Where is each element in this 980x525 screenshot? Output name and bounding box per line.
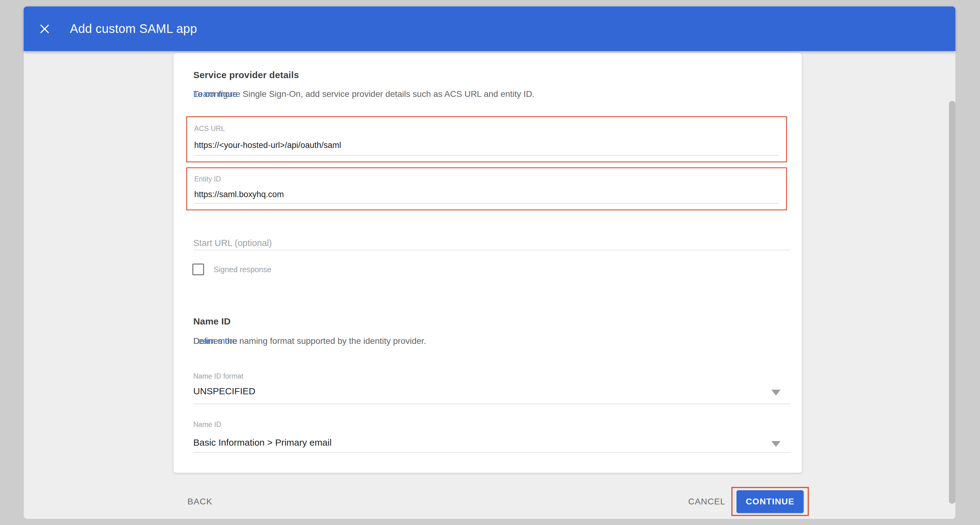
signed-response-checkbox[interactable] [192, 263, 204, 275]
name-id-description: Defines the naming format supported by t… [193, 336, 237, 346]
back-button[interactable]: BACK [188, 493, 212, 510]
entity-id-highlight-box: Entity ID https://saml.boxyhq.com [186, 167, 787, 210]
name-id-format-label: Name ID format [193, 372, 243, 381]
signed-response-label: Signed response [213, 265, 272, 274]
acs-url-underline [194, 155, 778, 155]
name-id-select[interactable]: Basic Information > Primary email [193, 437, 331, 448]
entity-id-label: Entity ID [194, 175, 221, 183]
service-provider-heading: Service provider details [193, 70, 299, 80]
service-provider-description: To configure Single Sign-On, add service… [193, 89, 237, 99]
acs-url-input[interactable]: https://<your-hosted-url>/api/oauth/saml [194, 141, 341, 150]
name-id-format-dropdown-icon[interactable] [771, 390, 781, 395]
name-id-heading: Name ID [193, 316, 231, 327]
close-icon[interactable] [38, 23, 51, 35]
cancel-button[interactable]: CANCEL [688, 493, 725, 510]
dialog-title: Add custom SAML app [70, 22, 197, 36]
name-id-underline [193, 452, 791, 453]
name-id-format-select[interactable]: UNSPECIFIED [193, 386, 256, 397]
entity-id-input[interactable]: https://saml.boxyhq.com [194, 190, 284, 199]
add-saml-app-dialog: Add custom SAML app Service provider det… [24, 6, 955, 519]
entity-id-underline [194, 203, 778, 204]
name-id-format-underline [193, 403, 791, 404]
acs-url-highlight-box: ACS URL https://<your-hosted-url>/api/oa… [186, 116, 787, 162]
continue-highlight-box: CONTINUE [731, 487, 809, 516]
start-url-underline [193, 250, 791, 251]
start-url-input[interactable]: Start URL (optional) [193, 238, 272, 248]
vertical-scrollbar-thumb[interactable] [949, 101, 955, 504]
service-provider-card: Service provider details To configure Si… [173, 53, 802, 473]
name-id-dropdown-icon[interactable] [771, 441, 781, 447]
acs-url-label: ACS URL [194, 125, 225, 133]
dialog-header: Add custom SAML app [24, 6, 955, 51]
service-provider-description-text: To configure Single Sign-On, add service… [193, 89, 535, 99]
name-id-description-text: Defines the naming format supported by t… [193, 336, 426, 346]
dialog-footer: BACK CANCEL [24, 493, 955, 510]
continue-button[interactable]: CONTINUE [737, 490, 803, 513]
name-id-label: Name ID [193, 420, 221, 429]
